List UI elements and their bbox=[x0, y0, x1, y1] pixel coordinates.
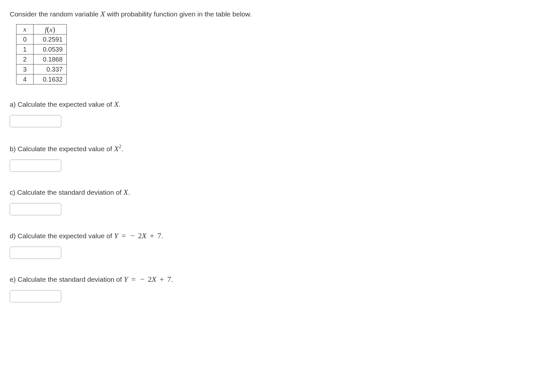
table-row: 0 0.2591 bbox=[16, 34, 67, 44]
question-d-suffix: . bbox=[161, 232, 163, 240]
question-c-suffix: . bbox=[128, 189, 130, 196]
question-c-label: c) Calculate the standard deviation of bbox=[10, 189, 124, 196]
question-b: b) Calculate the expected value of X2. bbox=[10, 143, 548, 153]
question-b-label: b) Calculate the expected value of bbox=[10, 145, 114, 152]
intro-suffix: with probability function given in the t… bbox=[105, 10, 252, 18]
answer-input-b[interactable] bbox=[10, 160, 61, 172]
answer-input-d[interactable] bbox=[10, 247, 61, 259]
table-cell-x: 3 bbox=[16, 64, 34, 74]
table-row: 1 0.0539 bbox=[16, 44, 67, 54]
table-header-row: x f(x) bbox=[16, 24, 67, 34]
table-cell-x: 2 bbox=[16, 54, 34, 64]
header-x: x bbox=[16, 24, 34, 34]
table-cell-fx: 0.337 bbox=[34, 64, 67, 74]
question-b-suffix: . bbox=[121, 145, 123, 152]
answer-input-c[interactable] bbox=[10, 203, 61, 215]
intro-prefix: Consider the random variable bbox=[10, 10, 100, 18]
question-b-var: X2 bbox=[114, 144, 121, 153]
question-d-label: d) Calculate the expected value of bbox=[10, 232, 114, 240]
question-e-suffix: . bbox=[171, 276, 173, 283]
table-row: 3 0.337 bbox=[16, 64, 67, 74]
question-c-var: X bbox=[124, 188, 128, 196]
table-cell-fx: 0.0539 bbox=[34, 44, 67, 54]
question-a-var: X bbox=[114, 100, 119, 108]
table-cell-fx: 0.1868 bbox=[34, 54, 67, 64]
question-c: c) Calculate the standard deviation of X… bbox=[10, 188, 548, 197]
table-row: 2 0.1868 bbox=[16, 54, 67, 64]
intro-var-x: X bbox=[100, 10, 105, 18]
table-cell-x: 4 bbox=[16, 74, 34, 84]
table-cell-x: 0 bbox=[16, 34, 34, 44]
question-e-label: e) Calculate the standard deviation of bbox=[10, 276, 124, 283]
table-cell-fx: 0.2591 bbox=[34, 34, 67, 44]
intro-text: Consider the random variable X with prob… bbox=[10, 10, 548, 18]
table-cell-x: 1 bbox=[16, 44, 34, 54]
table-cell-fx: 0.1632 bbox=[34, 74, 67, 84]
answer-input-a[interactable] bbox=[10, 115, 61, 127]
question-e: e) Calculate the standard deviation of Y… bbox=[10, 275, 548, 284]
question-a: a) Calculate the expected value of X. bbox=[10, 100, 548, 109]
question-d: d) Calculate the expected value of Y = −… bbox=[10, 231, 548, 240]
question-a-label: a) Calculate the expected value of bbox=[10, 101, 114, 108]
probability-table: x f(x) 0 0.2591 1 0.0539 2 0.1868 3 0.33… bbox=[16, 24, 67, 84]
header-fx: f(x) bbox=[34, 24, 67, 34]
question-a-suffix: . bbox=[119, 101, 121, 108]
table-row: 4 0.1632 bbox=[16, 74, 67, 84]
question-d-expr: Y = − 2X + 7 bbox=[114, 231, 161, 240]
answer-input-e[interactable] bbox=[10, 290, 61, 302]
question-e-expr: Y = − 2X + 7 bbox=[124, 275, 171, 283]
